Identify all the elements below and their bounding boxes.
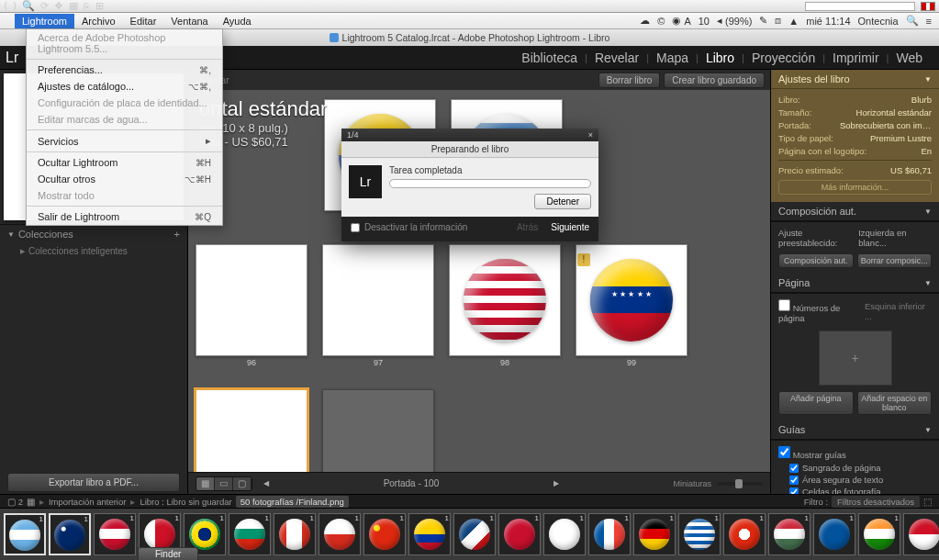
filmstrip-thumb[interactable]: 1 [903,513,939,555]
filmstrip-thumb[interactable]: 1 [229,513,271,555]
add-page-button[interactable]: Añadir página [778,391,854,415]
filmstrip-thumb[interactable]: 1 [408,513,451,555]
menu-lightroom[interactable]: Lightroom [15,14,74,28]
warning-icon[interactable]: ! [577,253,590,266]
menu-ventana[interactable]: Ventana [163,14,215,28]
menubar-clock: mié 11:14 [806,16,850,27]
filmstrip-thumb[interactable]: 1 [588,513,631,555]
filmstrip-thumb[interactable]: 1 [453,513,496,555]
finder-tab[interactable]: Finder [138,547,198,560]
menubar-notifications-icon[interactable]: ≡ [926,16,932,27]
menu-services[interactable]: Servicios [27,132,222,150]
show-guides-checkbox[interactable] [778,446,790,458]
page-thumb[interactable] [576,244,687,356]
crumb-book[interactable]: Libro : Libro sin guardar [136,497,235,507]
menubar-evernote-icon[interactable]: ✎ [759,15,767,27]
book-settings-header[interactable]: Ajustes del libro▼ [771,70,939,89]
autolayout-header[interactable]: Composición aut.▼ [771,202,939,221]
filmstrip-thumb[interactable]: 1 [49,513,91,555]
clear-book-button[interactable]: Borrar libro [598,73,660,88]
grid-icon[interactable]: ▦ [23,497,39,507]
collections-header[interactable]: ▼Colecciones+ [0,225,187,243]
filmstrip-thumb[interactable]: 1 [543,513,586,555]
second-monitor-icon[interactable]: ▢ 2 [7,497,23,507]
crumb-current[interactable]: 50 fotografías /Finland.png [236,496,349,508]
filmstrip-thumb[interactable]: 1 [678,513,721,555]
filmstrip-thumb[interactable]: 1 [768,513,810,555]
guide-cells-checkbox[interactable] [789,487,799,495]
guides-header[interactable]: Guías▼ [771,420,939,440]
menu-preferences[interactable]: Preferencias...⌘, [27,62,222,78]
menubar-cc-icon[interactable]: ☁ [640,15,650,27]
module-mapa[interactable]: Mapa [649,50,696,65]
os-tray-icon[interactable] [921,2,935,11]
filmstrip-thumb[interactable]: 1 [723,513,766,555]
menu-about[interactable]: Acerca de Adobe Photoshop Lightroom 5.5.… [27,29,222,57]
os-search-field[interactable] [805,2,915,11]
menu-editar[interactable]: Editar [123,14,164,28]
menu-ayuda[interactable]: Ayuda [216,14,259,28]
menu-quit[interactable]: Salir de Lightroom⌘Q [27,208,222,225]
module-biblioteca[interactable]: Biblioteca [514,50,585,65]
add-blank-button[interactable]: Añadir espacio en blanco [857,391,933,415]
filmstrip-thumb[interactable]: 1 [94,513,136,555]
os-icon[interactable]: ▦ [69,0,78,12]
view-mode-toggle[interactable]: ▦▭▢ [196,476,252,491]
module-libro[interactable]: Libro [699,50,742,65]
page-layout-preview[interactable]: + [819,330,892,386]
page-thumb-selected[interactable] [196,389,307,472]
os-icon[interactable]: 🔍 [22,0,35,12]
page-thumb-empty[interactable] [322,389,434,472]
clear-layout-button[interactable]: Borrar composic... [857,253,933,268]
os-icon[interactable]: ⎘ [84,1,90,12]
filmstrip-thumb[interactable]: 1 [858,513,900,555]
filmstrip-thumb[interactable]: 1 [813,513,855,555]
menu-hide-lightroom[interactable]: Ocultar Lightroom⌘H [27,154,222,171]
module-proyeccion[interactable]: Proyección [744,50,822,65]
disable-info-checkbox[interactable] [351,223,360,232]
os-icon[interactable]: ⟳ [40,0,49,12]
page-thumb[interactable] [322,244,434,356]
menubar-notif-icon[interactable]: ◉ A [672,15,690,27]
page-thumb[interactable] [196,244,307,356]
page-thumb[interactable] [449,244,561,356]
page-panel-header[interactable]: Página▼ [771,274,939,293]
preset-dropdown[interactable]: Izquierda en blanc... [858,228,932,248]
filmstrip-thumb[interactable]: 1 [633,513,676,555]
os-icon[interactable]: ⟨ [4,0,7,12]
os-icon[interactable]: ⊞ [95,0,104,12]
os-icon[interactable]: ⟩ [13,0,17,12]
os-icon[interactable]: ❖ [54,0,63,12]
menubar-spotlight-icon[interactable]: 🔍 [906,15,919,27]
menu-hide-others[interactable]: Ocultar otros⌥⌘H [27,171,222,187]
thumb-size-slider[interactable] [717,482,763,486]
filmstrip-thumb[interactable]: 1 [274,513,316,555]
stop-button[interactable]: Detener [534,194,591,209]
pagenumbers-checkbox[interactable] [778,299,790,311]
crumb-import[interactable]: Importación anterior [45,497,129,507]
export-pdf-button[interactable]: Exportar libro a PDF... [7,473,180,492]
module-revelar[interactable]: Revelar [587,50,646,65]
menubar-cc-text: © [657,16,665,27]
guide-textsafe-checkbox[interactable] [789,476,799,485]
module-imprimir[interactable]: Imprimir [825,50,887,65]
menubar-wifi-icon[interactable]: ▲ [788,16,799,27]
menubar-user[interactable]: Ontecnia [858,16,899,27]
filter-lock-icon[interactable]: ⬚ [923,497,932,507]
filmstrip-thumb[interactable]: 1 [4,513,46,555]
filter-dropdown[interactable]: Filtros desactivados [832,496,920,508]
menu-catalog-settings[interactable]: Ajustes de catálogo...⌥⌘, [27,78,222,95]
filmstrip-thumb[interactable]: 1 [498,513,541,555]
smart-collections[interactable]: ▶Colecciones inteligentes [0,243,187,259]
filmstrip-thumb[interactable]: 1 [363,513,406,555]
more-info-button[interactable]: Más información... [778,180,932,195]
dialog-close-icon[interactable]: × [588,130,593,140]
autolayout-button[interactable]: Composición aut. [778,253,854,268]
filmstrip-thumb[interactable]: 1 [319,513,361,555]
module-web[interactable]: Web [889,50,930,65]
save-book-button[interactable]: Crear libro guardado [664,73,765,88]
guide-bleed-checkbox[interactable] [789,464,799,473]
menubar-dropbox-icon[interactable]: ⧈ [775,15,781,27]
next-button[interactable]: Siguiente [551,222,589,232]
menu-archivo[interactable]: Archivo [74,14,123,28]
